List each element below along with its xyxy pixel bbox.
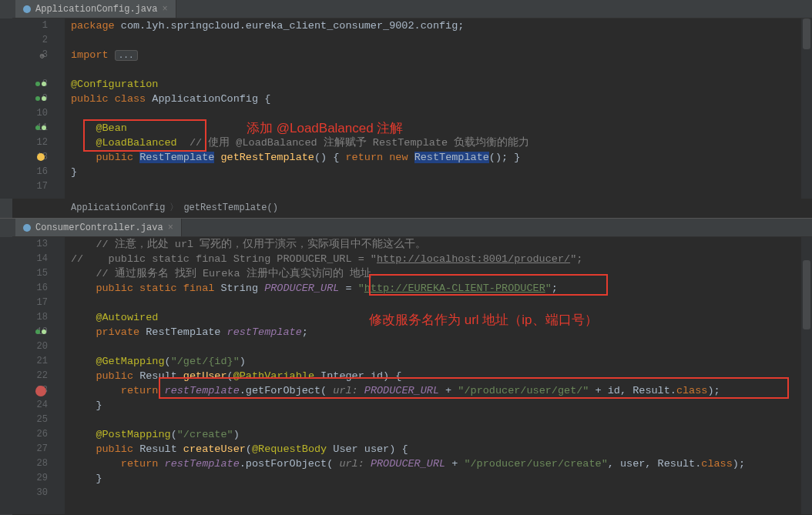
scrollbar-top[interactable] xyxy=(801,18,812,199)
tab-bar-top: ApplicationConfig.java × xyxy=(0,0,812,18)
editor-top[interactable]: 1 2 3⊕ 8 9 10 11 12 13 16 17 package com… xyxy=(0,18,812,199)
scrollbar-bottom[interactable] xyxy=(801,237,812,514)
gutter-bottom: 13 14 15 16 17 18 19 20 21 22 23 24 25 2… xyxy=(0,237,65,514)
editor-pane-top: ApplicationConfig.java × 1 2 3⊕ 8 9 10 1… xyxy=(0,0,812,218)
class-icon xyxy=(23,224,31,232)
code-area-bottom[interactable]: // 注意，此处 url 写死的，仅用于演示，实际项目中不能这么干。 // pu… xyxy=(65,237,812,514)
breadcrumb-top: ApplicationConfig 〉 getRestTemplate() xyxy=(0,199,812,217)
tab-label: ApplicationConfig.java xyxy=(35,4,157,15)
crumb-class[interactable]: ApplicationConfig xyxy=(71,199,165,217)
bulb-icon[interactable] xyxy=(35,152,46,163)
leaf-gutter-icon[interactable] xyxy=(35,123,46,134)
code-area-top[interactable]: package com.lyh.springcloud.eureka_clien… xyxy=(65,18,812,199)
breakpoint-icon[interactable] xyxy=(35,386,46,396)
tab-consumer-controller[interactable]: ConsumerController.java × xyxy=(15,219,182,236)
bean-gutter-icon[interactable] xyxy=(35,327,46,338)
editor-pane-bottom: ConsumerController.java × 13 14 15 16 17… xyxy=(0,218,812,515)
gutter-top: 1 2 3⊕ 8 9 10 11 12 13 16 17 xyxy=(0,18,65,199)
folded-imports[interactable]: ... xyxy=(115,50,138,61)
tab-bar-bottom: ConsumerController.java × xyxy=(0,219,812,237)
close-icon[interactable]: × xyxy=(162,4,167,15)
crumb-method[interactable]: getRestTemplate() xyxy=(183,199,277,217)
bean-gutter-icon[interactable] xyxy=(35,79,46,90)
tab-label: ConsumerController.java xyxy=(35,222,163,233)
class-icon xyxy=(23,5,31,13)
editor-bottom[interactable]: 13 14 15 16 17 18 19 20 21 22 23 24 25 2… xyxy=(0,237,812,514)
tab-application-config[interactable]: ApplicationConfig.java × xyxy=(15,0,176,18)
close-icon[interactable]: × xyxy=(168,222,173,233)
bean-gutter-icon[interactable] xyxy=(35,94,46,105)
